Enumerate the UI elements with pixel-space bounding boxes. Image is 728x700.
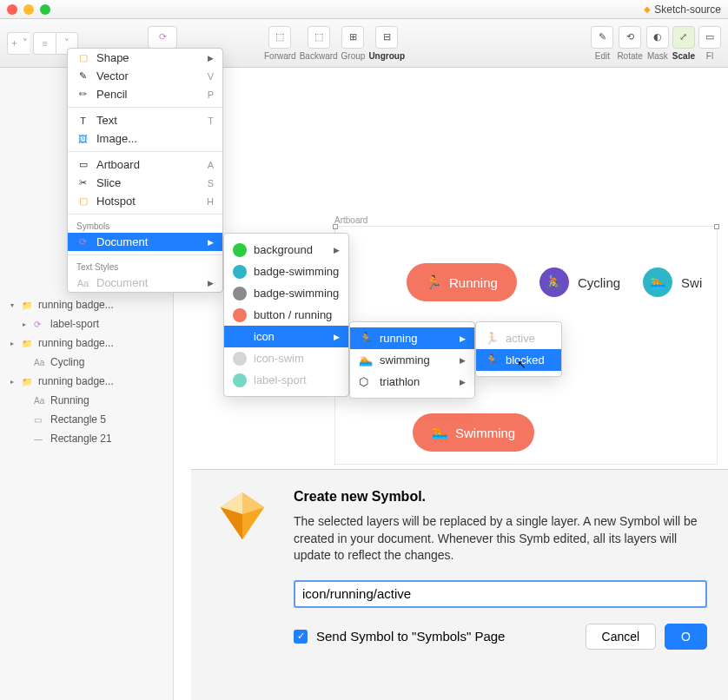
menu-item-artboard[interactable]: ▭ArtboardA: [68, 155, 222, 174]
sketch-file-icon: ◆: [644, 4, 651, 14]
create-symbol-dialog: Create new Symbol. The selected layers w…: [191, 469, 728, 700]
submenu-item-background[interactable]: background▶: [224, 239, 348, 261]
submenu-item-icon[interactable]: icon▶: [224, 326, 348, 347]
dialog-title: Create new Symbol.: [294, 489, 707, 505]
submenu-item-running[interactable]: 🏃running▶: [350, 327, 474, 349]
submenu-arrow-icon: ▶: [460, 378, 466, 386]
submenu-item-active[interactable]: 🏃active: [476, 327, 561, 349]
backward-label: Backward: [300, 51, 338, 61]
menu-item-label: Document: [96, 276, 148, 289]
submenu-glyph-icon: ⬡: [359, 375, 373, 388]
submenu-item-swimming[interactable]: 🏊swimming▶: [350, 349, 474, 371]
sketch-app-icon: [215, 489, 269, 543]
submenu-item-triathlon[interactable]: ⬡triathlon▶: [350, 371, 474, 393]
menu-item-label: Text: [96, 114, 117, 127]
menu-item-document[interactable]: ⟳Document▶: [68, 233, 222, 251]
scale-button[interactable]: ⤢: [672, 26, 695, 49]
cycling-chip[interactable]: 🚴 Cycling: [539, 267, 620, 297]
submenu-item-icon-swim[interactable]: icon-swim: [224, 347, 348, 369]
layer-row[interactable]: AaRunning: [0, 391, 174, 410]
layer-row[interactable]: ▸📁running badge...: [0, 372, 174, 391]
forward-button[interactable]: ⬚: [268, 26, 291, 49]
layer-row[interactable]: ▸⟳label-sport: [0, 314, 174, 333]
cursor-icon: ↖: [517, 358, 526, 371]
submenu-item-badge-swimming[interactable]: badge-swimming: [224, 282, 348, 304]
menu-item-label: Image...: [96, 132, 137, 145]
ungroup-button[interactable]: ⊟: [375, 26, 398, 49]
submenu-glyph-icon: 🏃: [359, 332, 373, 345]
menu-item-vector[interactable]: ✎VectorV: [68, 67, 222, 85]
send-to-symbols-checkbox[interactable]: ✓: [294, 630, 308, 644]
symbol-swatch-icon: [233, 265, 247, 279]
symbol-name-input[interactable]: [294, 580, 707, 608]
menu-shortcut: S: [208, 178, 214, 188]
create-symbol-button[interactable]: ⟳: [148, 26, 177, 49]
flatten-button[interactable]: ▭: [698, 26, 721, 49]
submenu-item-label: badge-swimming: [254, 265, 339, 278]
close-window[interactable]: [7, 4, 17, 15]
cancel-button[interactable]: Cancel: [586, 624, 657, 650]
rotate-button[interactable]: ⟲: [619, 26, 641, 49]
layer-row[interactable]: ▭Rectangle 5: [0, 410, 174, 429]
layers-toggle[interactable]: ≡: [33, 32, 56, 55]
insert-button[interactable]: ＋ ˅: [7, 32, 30, 55]
menu-item-label: Shape: [96, 51, 129, 64]
layer-label: Rectangle 5: [50, 413, 106, 426]
textstyle-icon: Aa: [76, 276, 89, 289]
submenu-item-badge-swimming[interactable]: badge-swimming: [224, 261, 348, 282]
mask-label: Mask: [647, 51, 668, 61]
menu-item-text[interactable]: TTextT: [68, 111, 222, 129]
menu-section-header: Symbols: [68, 218, 222, 233]
insert-menu: ▢Shape▶✎VectorV✏PencilPTTextT🖼Image...▭A…: [67, 48, 223, 293]
submenu-arrow-icon: ▶: [334, 333, 340, 341]
menu-item-label: Document: [96, 235, 148, 248]
submenu-arrow-icon: ▶: [208, 238, 214, 247]
submenu-glyph-icon: 🏊: [359, 353, 373, 367]
symbol-swatch-icon: [233, 352, 247, 366]
window-titlebar: ◆ Sketch-source: [0, 0, 728, 19]
symbol-swatch-icon: [233, 330, 247, 344]
dialog-body: The selected layers will be replaced by …: [294, 513, 707, 565]
group-button[interactable]: ⊞: [341, 26, 364, 49]
swimming-button[interactable]: 🏊 Swimming: [413, 413, 534, 452]
layer-label: Running: [50, 394, 89, 406]
layer-label: Cycling: [50, 356, 84, 368]
layer-row[interactable]: AaCycling: [0, 353, 174, 372]
running-icon: 🏃: [426, 274, 442, 290]
minimize-window[interactable]: [23, 4, 34, 15]
menu-item-image-[interactable]: 🖼Image...: [68, 129, 222, 148]
menu-shortcut: P: [208, 89, 214, 100]
submenu-item-button-running[interactable]: button / running: [224, 304, 348, 326]
menu-item-label: Slice: [96, 176, 121, 189]
menu-item-document[interactable]: AaDocument▶: [68, 274, 222, 292]
cycling-label: Cycling: [578, 275, 620, 290]
backward-button[interactable]: ⬚: [308, 26, 330, 49]
ok-button[interactable]: O: [665, 624, 707, 650]
menu-item-hotspot[interactable]: ▢HotspotH: [68, 192, 222, 210]
swimming-chip[interactable]: 🏊 Swi: [643, 267, 702, 297]
layer-row[interactable]: ▸📁running badge...: [0, 333, 174, 353]
layer-label: running badge...: [38, 299, 114, 311]
swimming-icon: 🏊: [643, 267, 672, 297]
submenu-arrow-icon: ▶: [208, 54, 214, 63]
mask-button[interactable]: ◐: [646, 26, 669, 49]
document-symbols-submenu: background▶badge-swimmingbadge-swimmingb…: [223, 233, 349, 397]
ungroup-label: Ungroup: [368, 51, 405, 61]
menu-item-slice[interactable]: ✂SliceS: [68, 174, 222, 192]
menu-item-shape[interactable]: ▢Shape▶: [68, 49, 222, 67]
layer-row[interactable]: —Rectangle 21: [0, 429, 174, 448]
submenu-item-label-sport[interactable]: label-sport: [224, 369, 348, 391]
layer-rect-icon: ▭: [34, 415, 46, 425]
forward-label: Forward: [264, 51, 296, 61]
layer-label: running badge...: [38, 337, 114, 349]
submenu-arrow-icon: ▶: [460, 356, 466, 365]
icon-submenu: 🏃running▶🏊swimming▶⬡triathlon▶: [349, 321, 475, 399]
submenu-item-label: button / running: [254, 308, 332, 321]
submenu-arrow-icon: ▶: [460, 334, 466, 343]
menu-item-label: Hotspot: [96, 195, 136, 208]
edit-button[interactable]: ✎: [591, 26, 613, 49]
layer-row[interactable]: ▾📁running badge...: [0, 295, 174, 314]
zoom-window[interactable]: [40, 4, 50, 15]
menu-item-pencil[interactable]: ✏PencilP: [68, 85, 222, 103]
running-button[interactable]: 🏃 Running: [407, 263, 517, 301]
